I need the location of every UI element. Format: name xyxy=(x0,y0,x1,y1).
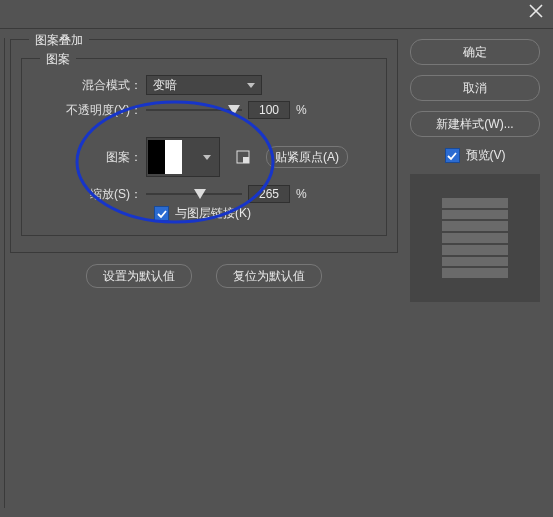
pattern-overlay-group: 图案叠加 图案 混合模式： 变暗 不透明度(Y)： xyxy=(10,39,398,253)
ok-button[interactable]: 确定 xyxy=(410,39,540,65)
pattern-swatch xyxy=(148,140,182,174)
close-button[interactable] xyxy=(529,4,543,18)
reset-default-button[interactable]: 复位为默认值 xyxy=(216,264,322,288)
percent-label: % xyxy=(296,187,307,201)
new-preset-icon[interactable] xyxy=(234,148,252,166)
chevron-down-icon xyxy=(203,155,211,160)
scale-label: 缩放(S)： xyxy=(22,186,146,203)
blend-mode-label: 混合模式： xyxy=(22,77,146,94)
opacity-label: 不透明度(Y)： xyxy=(22,102,146,119)
link-with-layer-label: 与图层链接(K) xyxy=(175,205,251,222)
svg-rect-1 xyxy=(243,157,249,163)
scale-slider-thumb[interactable] xyxy=(194,189,206,199)
percent-label: % xyxy=(296,103,307,117)
pattern-picker[interactable] xyxy=(146,137,220,177)
opacity-slider[interactable] xyxy=(146,102,242,118)
set-default-button[interactable]: 设置为默认值 xyxy=(86,264,192,288)
group-title: 图案叠加 xyxy=(29,32,89,49)
subgroup-title: 图案 xyxy=(40,51,76,68)
snap-origin-button[interactable]: 贴紧原点(A) xyxy=(266,146,348,168)
layer-style-dialog: 图案叠加 图案 混合模式： 变暗 不透明度(Y)： xyxy=(0,0,553,517)
chevron-down-icon xyxy=(247,83,255,88)
blend-mode-value: 变暗 xyxy=(153,77,177,94)
preview-checkbox[interactable] xyxy=(445,148,460,163)
blend-mode-dropdown[interactable]: 变暗 xyxy=(146,75,262,95)
new-style-button[interactable]: 新建样式(W)... xyxy=(410,111,540,137)
opacity-slider-thumb[interactable] xyxy=(228,105,240,115)
scale-input[interactable]: 265 xyxy=(248,185,290,203)
preview-label: 预览(V) xyxy=(466,147,506,164)
pattern-label: 图案： xyxy=(22,149,146,166)
cancel-button[interactable]: 取消 xyxy=(410,75,540,101)
preview-thumbnail xyxy=(410,174,540,302)
pattern-subgroup: 图案 混合模式： 变暗 不透明度(Y)： xyxy=(21,58,387,236)
link-with-layer-checkbox[interactable] xyxy=(154,206,169,221)
scale-slider[interactable] xyxy=(146,186,242,202)
opacity-input[interactable]: 100 xyxy=(248,101,290,119)
